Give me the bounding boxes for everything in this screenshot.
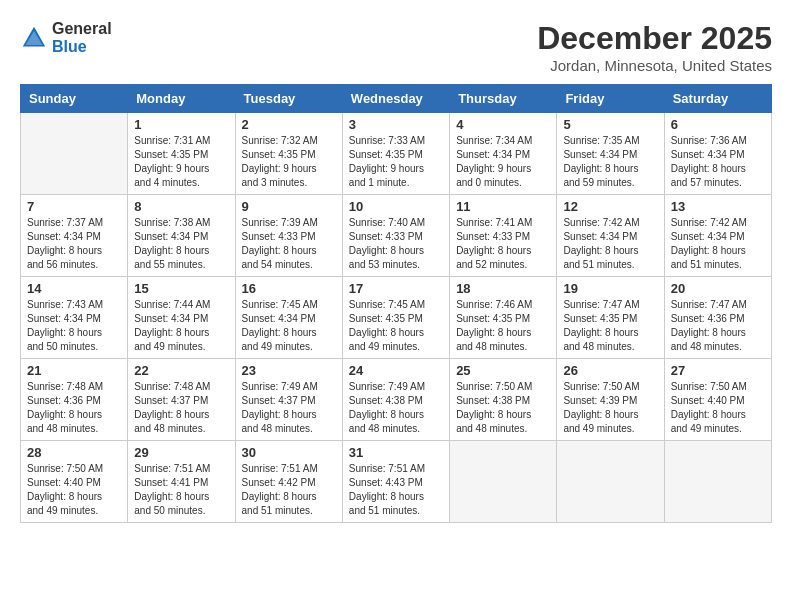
day-info: Sunrise: 7:51 AMSunset: 4:43 PMDaylight:… (349, 462, 443, 518)
calendar-cell: 2 Sunrise: 7:32 AMSunset: 4:35 PMDayligh… (235, 113, 342, 195)
day-number: 25 (456, 363, 550, 378)
day-number: 13 (671, 199, 765, 214)
calendar-cell: 12 Sunrise: 7:42 AMSunset: 4:34 PMDaylig… (557, 195, 664, 277)
day-info: Sunrise: 7:37 AMSunset: 4:34 PMDaylight:… (27, 216, 121, 272)
logo-icon (20, 24, 48, 52)
day-number: 7 (27, 199, 121, 214)
calendar-cell: 13 Sunrise: 7:42 AMSunset: 4:34 PMDaylig… (664, 195, 771, 277)
day-number: 2 (242, 117, 336, 132)
calendar-table: SundayMondayTuesdayWednesdayThursdayFrid… (20, 84, 772, 523)
day-info: Sunrise: 7:45 AMSunset: 4:35 PMDaylight:… (349, 298, 443, 354)
calendar-week-4: 21 Sunrise: 7:48 AMSunset: 4:36 PMDaylig… (21, 359, 772, 441)
calendar-cell (664, 441, 771, 523)
day-number: 28 (27, 445, 121, 460)
day-number: 15 (134, 281, 228, 296)
day-info: Sunrise: 7:49 AMSunset: 4:38 PMDaylight:… (349, 380, 443, 436)
header-tuesday: Tuesday (235, 85, 342, 113)
day-number: 11 (456, 199, 550, 214)
header-saturday: Saturday (664, 85, 771, 113)
day-number: 8 (134, 199, 228, 214)
day-info: Sunrise: 7:32 AMSunset: 4:35 PMDaylight:… (242, 134, 336, 190)
month-title: December 2025 (537, 20, 772, 57)
day-info: Sunrise: 7:50 AMSunset: 4:40 PMDaylight:… (27, 462, 121, 518)
day-number: 3 (349, 117, 443, 132)
day-info: Sunrise: 7:50 AMSunset: 4:38 PMDaylight:… (456, 380, 550, 436)
calendar-cell: 27 Sunrise: 7:50 AMSunset: 4:40 PMDaylig… (664, 359, 771, 441)
day-number: 16 (242, 281, 336, 296)
day-info: Sunrise: 7:47 AMSunset: 4:36 PMDaylight:… (671, 298, 765, 354)
calendar-week-3: 14 Sunrise: 7:43 AMSunset: 4:34 PMDaylig… (21, 277, 772, 359)
calendar-cell: 15 Sunrise: 7:44 AMSunset: 4:34 PMDaylig… (128, 277, 235, 359)
calendar-week-5: 28 Sunrise: 7:50 AMSunset: 4:40 PMDaylig… (21, 441, 772, 523)
day-number: 31 (349, 445, 443, 460)
calendar-cell: 20 Sunrise: 7:47 AMSunset: 4:36 PMDaylig… (664, 277, 771, 359)
day-number: 29 (134, 445, 228, 460)
day-number: 22 (134, 363, 228, 378)
day-number: 20 (671, 281, 765, 296)
day-info: Sunrise: 7:45 AMSunset: 4:34 PMDaylight:… (242, 298, 336, 354)
calendar-cell: 22 Sunrise: 7:48 AMSunset: 4:37 PMDaylig… (128, 359, 235, 441)
location-title: Jordan, Minnesota, United States (537, 57, 772, 74)
calendar-cell: 6 Sunrise: 7:36 AMSunset: 4:34 PMDayligh… (664, 113, 771, 195)
calendar-cell: 31 Sunrise: 7:51 AMSunset: 4:43 PMDaylig… (342, 441, 449, 523)
day-info: Sunrise: 7:41 AMSunset: 4:33 PMDaylight:… (456, 216, 550, 272)
calendar-cell: 19 Sunrise: 7:47 AMSunset: 4:35 PMDaylig… (557, 277, 664, 359)
calendar-cell: 28 Sunrise: 7:50 AMSunset: 4:40 PMDaylig… (21, 441, 128, 523)
calendar-cell: 10 Sunrise: 7:40 AMSunset: 4:33 PMDaylig… (342, 195, 449, 277)
header-thursday: Thursday (450, 85, 557, 113)
day-number: 17 (349, 281, 443, 296)
day-number: 30 (242, 445, 336, 460)
day-info: Sunrise: 7:33 AMSunset: 4:35 PMDaylight:… (349, 134, 443, 190)
calendar-cell: 11 Sunrise: 7:41 AMSunset: 4:33 PMDaylig… (450, 195, 557, 277)
calendar-cell: 18 Sunrise: 7:46 AMSunset: 4:35 PMDaylig… (450, 277, 557, 359)
calendar-cell: 4 Sunrise: 7:34 AMSunset: 4:34 PMDayligh… (450, 113, 557, 195)
calendar-week-2: 7 Sunrise: 7:37 AMSunset: 4:34 PMDayligh… (21, 195, 772, 277)
day-info: Sunrise: 7:48 AMSunset: 4:37 PMDaylight:… (134, 380, 228, 436)
day-info: Sunrise: 7:50 AMSunset: 4:40 PMDaylight:… (671, 380, 765, 436)
day-number: 21 (27, 363, 121, 378)
calendar-cell: 30 Sunrise: 7:51 AMSunset: 4:42 PMDaylig… (235, 441, 342, 523)
day-info: Sunrise: 7:44 AMSunset: 4:34 PMDaylight:… (134, 298, 228, 354)
calendar-cell: 23 Sunrise: 7:49 AMSunset: 4:37 PMDaylig… (235, 359, 342, 441)
header-wednesday: Wednesday (342, 85, 449, 113)
calendar-cell: 16 Sunrise: 7:45 AMSunset: 4:34 PMDaylig… (235, 277, 342, 359)
header-friday: Friday (557, 85, 664, 113)
day-info: Sunrise: 7:40 AMSunset: 4:33 PMDaylight:… (349, 216, 443, 272)
calendar-cell: 26 Sunrise: 7:50 AMSunset: 4:39 PMDaylig… (557, 359, 664, 441)
calendar-cell: 25 Sunrise: 7:50 AMSunset: 4:38 PMDaylig… (450, 359, 557, 441)
day-number: 23 (242, 363, 336, 378)
day-info: Sunrise: 7:36 AMSunset: 4:34 PMDaylight:… (671, 134, 765, 190)
header-monday: Monday (128, 85, 235, 113)
calendar-cell (21, 113, 128, 195)
day-info: Sunrise: 7:42 AMSunset: 4:34 PMDaylight:… (563, 216, 657, 272)
calendar-cell: 3 Sunrise: 7:33 AMSunset: 4:35 PMDayligh… (342, 113, 449, 195)
calendar-cell (450, 441, 557, 523)
day-info: Sunrise: 7:47 AMSunset: 4:35 PMDaylight:… (563, 298, 657, 354)
calendar-cell: 14 Sunrise: 7:43 AMSunset: 4:34 PMDaylig… (21, 277, 128, 359)
calendar-cell: 9 Sunrise: 7:39 AMSunset: 4:33 PMDayligh… (235, 195, 342, 277)
day-info: Sunrise: 7:51 AMSunset: 4:41 PMDaylight:… (134, 462, 228, 518)
day-info: Sunrise: 7:39 AMSunset: 4:33 PMDaylight:… (242, 216, 336, 272)
day-info: Sunrise: 7:38 AMSunset: 4:34 PMDaylight:… (134, 216, 228, 272)
day-number: 10 (349, 199, 443, 214)
day-info: Sunrise: 7:50 AMSunset: 4:39 PMDaylight:… (563, 380, 657, 436)
calendar-cell: 21 Sunrise: 7:48 AMSunset: 4:36 PMDaylig… (21, 359, 128, 441)
calendar-cell: 7 Sunrise: 7:37 AMSunset: 4:34 PMDayligh… (21, 195, 128, 277)
day-info: Sunrise: 7:49 AMSunset: 4:37 PMDaylight:… (242, 380, 336, 436)
title-area: December 2025 Jordan, Minnesota, United … (537, 20, 772, 74)
day-number: 19 (563, 281, 657, 296)
day-number: 12 (563, 199, 657, 214)
calendar-cell: 24 Sunrise: 7:49 AMSunset: 4:38 PMDaylig… (342, 359, 449, 441)
calendar-cell: 8 Sunrise: 7:38 AMSunset: 4:34 PMDayligh… (128, 195, 235, 277)
day-number: 18 (456, 281, 550, 296)
day-info: Sunrise: 7:48 AMSunset: 4:36 PMDaylight:… (27, 380, 121, 436)
calendar-cell: 1 Sunrise: 7:31 AMSunset: 4:35 PMDayligh… (128, 113, 235, 195)
day-info: Sunrise: 7:42 AMSunset: 4:34 PMDaylight:… (671, 216, 765, 272)
day-number: 9 (242, 199, 336, 214)
calendar-cell: 5 Sunrise: 7:35 AMSunset: 4:34 PMDayligh… (557, 113, 664, 195)
header-sunday: Sunday (21, 85, 128, 113)
day-number: 6 (671, 117, 765, 132)
calendar-week-1: 1 Sunrise: 7:31 AMSunset: 4:35 PMDayligh… (21, 113, 772, 195)
day-number: 27 (671, 363, 765, 378)
calendar-cell (557, 441, 664, 523)
